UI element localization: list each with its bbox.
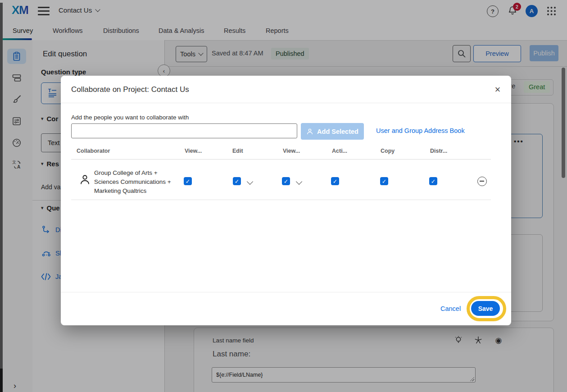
collaborate-modal: Collaborate on Project: Contact Us × Add… [61,76,511,325]
add-people-label: Add the people you want to collaborate w… [71,114,189,121]
table-header-divider [71,159,491,160]
col-view-reports: View... [283,148,300,154]
check-icon: ✓ [333,178,337,185]
permission-checkbox-view-results[interactable]: ✓ [184,177,192,185]
check-icon: ✓ [235,178,239,185]
col-edit: Edit [232,148,243,154]
person-icon [306,128,313,135]
close-icon: × [495,84,501,96]
app-window: XM Contact Us ? 2 A Survey Workflows Dis… [0,0,567,392]
add-selected-button[interactable]: Add Selected [301,123,364,140]
check-icon: ✓ [284,178,288,185]
permission-dropdown-edit[interactable] [247,178,253,185]
collaborator-name: Group College of Arts + Sciences Communi… [94,169,181,196]
permission-checkbox-view-reports[interactable]: ✓ [282,177,290,185]
save-label: Save [478,305,493,312]
people-search-field[interactable] [71,123,297,138]
remove-collaborator-button[interactable] [477,177,487,186]
col-distribute: Distr... [430,148,447,154]
modal-title: Collaborate on Project: Contact Us [71,85,189,94]
permission-checkbox-copy[interactable]: ✓ [380,177,388,185]
cancel-button[interactable]: Cancel [440,305,461,312]
check-icon: ✓ [382,178,386,185]
col-copy: Copy [381,148,395,154]
permission-dropdown-view-reports[interactable] [296,178,302,185]
permission-checkbox-edit[interactable]: ✓ [233,177,241,185]
check-icon: ✓ [431,178,435,185]
save-button[interactable]: Save [471,301,500,316]
permission-checkbox-activate[interactable]: ✓ [331,177,339,185]
permission-checkbox-distribute[interactable]: ✓ [429,177,437,185]
person-icon [79,174,91,185]
modal-footer-divider [61,292,511,292]
col-view-results: View... [185,148,202,154]
close-button[interactable]: × [491,83,504,96]
people-search-input[interactable] [72,124,297,138]
add-selected-label: Add Selected [317,128,358,135]
modal-header-divider [61,103,511,103]
address-book-link[interactable]: User and Group Address Book [376,127,465,134]
row-divider [71,200,491,200]
col-collaborator: Collaborator [77,148,110,154]
col-activate: Acti... [332,148,347,154]
check-icon: ✓ [186,178,190,185]
